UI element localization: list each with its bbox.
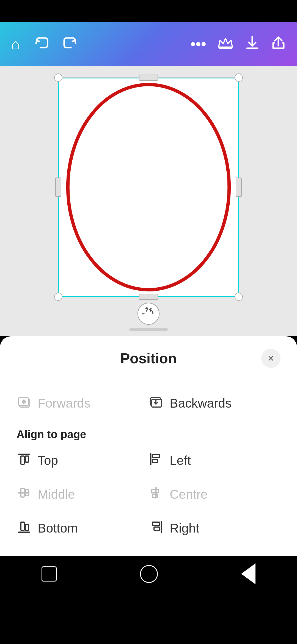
svg-rect-26 (25, 524, 29, 530)
position-panel: Position × Forwards (0, 336, 297, 556)
status-bar (0, 0, 297, 22)
left-button[interactable]: Left (148, 443, 280, 477)
handle-left-edge[interactable] (55, 178, 61, 197)
panel-header: Position × (16, 336, 280, 375)
right-button[interactable]: Right (148, 511, 280, 545)
top-align-icon (16, 452, 32, 469)
toolbar: ⌂ ••• (0, 22, 297, 66)
handle-top-right[interactable] (235, 73, 243, 82)
right-align-icon (148, 519, 164, 537)
back-icon[interactable] (241, 563, 255, 584)
close-button[interactable]: × (261, 349, 280, 368)
svg-rect-13 (21, 456, 24, 464)
centre-label: Centre (170, 487, 208, 502)
rotate-button[interactable] (138, 303, 160, 325)
home-icon[interactable]: ⌂ (11, 37, 20, 52)
middle-align-icon (16, 485, 32, 503)
svg-rect-16 (152, 454, 160, 458)
svg-point-4 (68, 84, 229, 290)
centre-align-icon (148, 485, 164, 503)
svg-rect-28 (152, 522, 160, 525)
position-grid: Forwards Backwards Align to page (16, 386, 280, 545)
svg-rect-25 (21, 522, 24, 530)
bottom-button[interactable]: Bottom (16, 511, 148, 545)
home-nav-icon[interactable] (140, 565, 158, 583)
bottom-align-icon (16, 519, 32, 537)
share-icon[interactable] (271, 35, 286, 53)
backwards-button[interactable]: Backwards (148, 386, 280, 420)
svg-rect-23 (152, 494, 157, 498)
middle-button[interactable]: Middle (16, 477, 148, 511)
left-align-icon (148, 452, 164, 469)
left-label: Left (170, 453, 191, 468)
forwards-button[interactable]: Forwards (16, 386, 148, 420)
toolbar-left: ⌂ (11, 35, 78, 53)
stop-icon[interactable] (42, 566, 57, 582)
bottom-nav (0, 556, 297, 592)
backwards-label: Backwards (170, 396, 232, 411)
forwards-label: Forwards (38, 396, 90, 411)
rotate-area (129, 303, 168, 331)
centre-button[interactable]: Centre (148, 477, 280, 511)
more-icon[interactable]: ••• (190, 37, 206, 52)
panel-title: Position (120, 350, 177, 367)
undo-icon[interactable] (34, 35, 49, 53)
align-section-label: Align to page (16, 420, 280, 443)
handle-top-edge[interactable] (139, 75, 158, 81)
handle-bottom-right[interactable] (235, 293, 243, 301)
backwards-icon (148, 394, 164, 412)
bottom-label: Bottom (38, 521, 78, 536)
handle-bottom-edge[interactable] (139, 294, 158, 300)
top-button[interactable]: Top (16, 443, 148, 477)
right-label: Right (170, 521, 199, 536)
svg-rect-14 (25, 456, 29, 462)
canvas-area (0, 66, 297, 336)
download-icon[interactable] (245, 35, 260, 53)
handle-bottom-left[interactable] (54, 293, 62, 301)
crown-icon[interactable] (217, 36, 234, 52)
redo-icon[interactable] (63, 35, 78, 53)
svg-rect-22 (151, 490, 158, 493)
forwards-icon (16, 394, 32, 412)
handle-top-left[interactable] (54, 73, 62, 82)
svg-rect-17 (152, 459, 157, 463)
middle-label: Middle (38, 487, 75, 502)
ellipse-shape (58, 78, 239, 297)
drag-handle[interactable] (129, 328, 168, 331)
toolbar-right: ••• (190, 35, 286, 53)
handle-right-edge[interactable] (236, 178, 242, 197)
top-label: Top (38, 453, 58, 468)
canvas-container[interactable] (58, 77, 239, 297)
svg-rect-29 (154, 527, 160, 530)
